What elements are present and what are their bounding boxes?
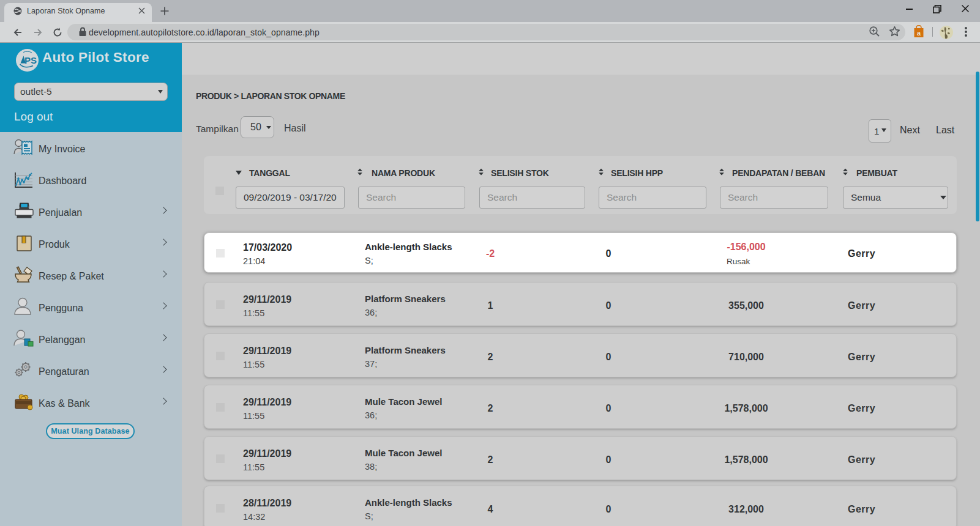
svg-text:PS: PS <box>24 55 37 65</box>
svg-text:a: a <box>917 29 921 37</box>
